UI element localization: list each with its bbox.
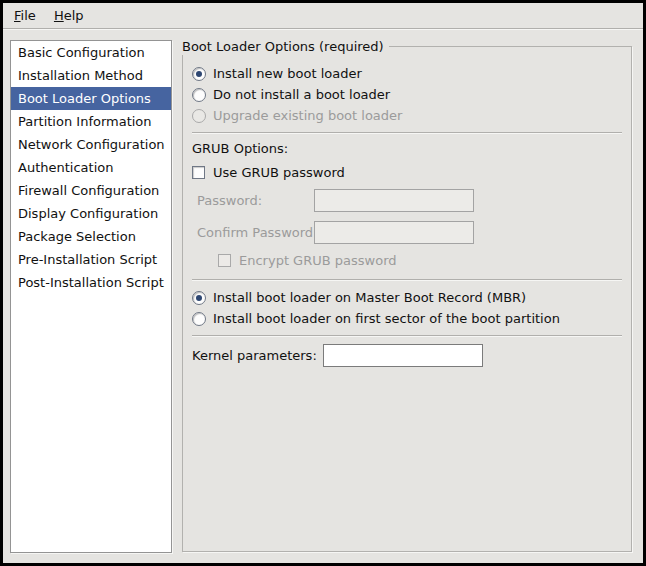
- sidebar-item-pre-installation-script[interactable]: Pre-Installation Script: [11, 248, 171, 271]
- sidebar-item-network-configuration[interactable]: Network Configuration: [11, 133, 171, 156]
- menu-file[interactable]: File: [7, 3, 43, 28]
- radio-label: Upgrade existing boot loader: [213, 108, 402, 123]
- radio-label: Install new boot loader: [213, 66, 362, 81]
- menu-help-label: elp: [64, 8, 84, 23]
- menu-help-mnemonic: H: [54, 8, 64, 23]
- separator: [192, 279, 622, 281]
- radio-button-icon: [192, 67, 206, 81]
- checkbox-label: Use GRUB password: [213, 165, 345, 180]
- password-row: Password:: [192, 189, 622, 212]
- frame-title: Boot Loader Options (required): [182, 38, 389, 55]
- password-label: Password:: [197, 193, 314, 208]
- sidebar-item-display-configuration[interactable]: Display Configuration: [11, 202, 171, 225]
- separator: [192, 335, 622, 337]
- confirm-password-row: Confirm Password:: [192, 221, 622, 244]
- radio-upgrade-existing-boot-loader: Upgrade existing boot loader: [192, 105, 622, 126]
- separator: [192, 132, 622, 134]
- confirm-password-label: Confirm Password:: [197, 225, 314, 240]
- kickstart-configurator-window: { "window": { "bg_color": "#e5e4e1", "se…: [0, 0, 646, 566]
- menu-help[interactable]: Help: [47, 3, 91, 28]
- boot-loader-options-frame: Boot Loader Options (required) Install n…: [182, 46, 632, 552]
- radio-install-on-first-sector[interactable]: Install boot loader on first sector of t…: [192, 308, 622, 329]
- radio-do-not-install-boot-loader[interactable]: Do not install a boot loader: [192, 84, 622, 105]
- sidebar-item-authentication[interactable]: Authentication: [11, 156, 171, 179]
- password-input: [314, 189, 474, 212]
- kernel-parameters-label: Kernel parameters:: [192, 348, 317, 363]
- grub-options-label: GRUB Options:: [192, 140, 622, 158]
- radio-install-new-boot-loader[interactable]: Install new boot loader: [192, 63, 622, 84]
- kernel-parameters-row: Kernel parameters:: [192, 344, 622, 367]
- sidebar-item-post-installation-script[interactable]: Post-Installation Script: [11, 271, 171, 294]
- menu-file-label: ile: [21, 8, 36, 23]
- radio-button-icon: [192, 291, 206, 305]
- confirm-password-input: [314, 221, 474, 244]
- sidebar-item-boot-loader-options[interactable]: Boot Loader Options: [11, 87, 171, 110]
- checkbox-icon: [218, 254, 231, 267]
- radio-button-icon: [192, 109, 206, 123]
- checkbox-icon: [192, 166, 205, 179]
- checkbox-label: Encrypt GRUB password: [239, 253, 397, 268]
- radio-label: Do not install a boot loader: [213, 87, 390, 102]
- sidebar-item-basic-configuration[interactable]: Basic Configuration: [11, 41, 171, 64]
- sidebar-item-partition-information[interactable]: Partition Information: [11, 110, 171, 133]
- radio-button-icon: [192, 312, 206, 326]
- radio-install-on-mbr[interactable]: Install boot loader on Master Boot Recor…: [192, 287, 622, 308]
- kernel-parameters-input[interactable]: [323, 344, 483, 367]
- sidebar-item-installation-method[interactable]: Installation Method: [11, 64, 171, 87]
- radio-button-icon: [192, 88, 206, 102]
- checkbox-use-grub-password[interactable]: Use GRUB password: [192, 162, 622, 183]
- sidebar-item-package-selection[interactable]: Package Selection: [11, 225, 171, 248]
- menubar: File Help: [3, 3, 643, 29]
- checkbox-encrypt-grub-password: Encrypt GRUB password: [192, 250, 622, 271]
- radio-label: Install boot loader on first sector of t…: [213, 311, 560, 326]
- radio-label: Install boot loader on Master Boot Recor…: [213, 290, 526, 305]
- sidebar-item-firewall-configuration[interactable]: Firewall Configuration: [11, 179, 171, 202]
- category-list: Basic Configuration Installation Method …: [10, 40, 172, 553]
